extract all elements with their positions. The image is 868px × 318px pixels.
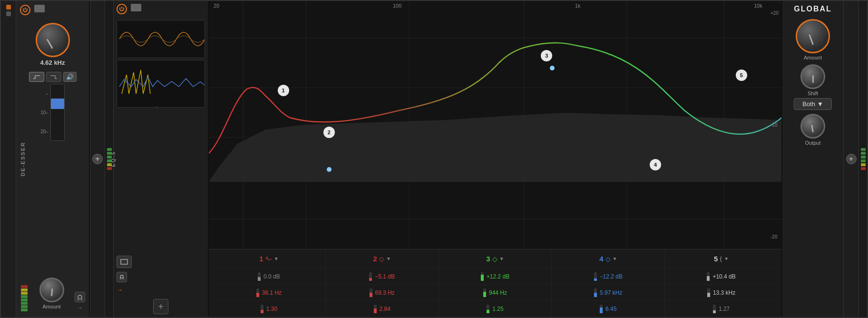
global-amount-container: Amount <box>796 19 830 60</box>
band-3-meter <box>481 272 484 281</box>
deesser-headphone-btn[interactable] <box>75 292 85 302</box>
global-both-dropdown[interactable]: Both ▼ <box>794 98 832 110</box>
add-button-right[interactable]: + <box>846 154 857 164</box>
band-3-freq[interactable]: 944 Hz <box>489 289 507 296</box>
global-title: GLOBAL <box>794 5 832 13</box>
band-1-dropdown[interactable]: ▼ <box>274 256 279 261</box>
band-5-gain[interactable]: +10.4 dB <box>712 273 735 280</box>
band-1-icon[interactable]: ⁴⌐ <box>265 255 272 263</box>
add-button-1[interactable]: + <box>92 154 103 164</box>
band-1-num: 1 <box>259 255 263 263</box>
band-2-q-meter <box>374 305 377 313</box>
band-4-meter <box>594 272 597 281</box>
eq-band-4-freq-cell: 5.97 kHz <box>552 285 665 300</box>
deesser-shape-shelf-right[interactable] <box>46 72 61 82</box>
band-1-gain[interactable]: 0.0 dB <box>263 273 280 280</box>
eq-arrow-btn-1[interactable]: ● → <box>117 58 205 58</box>
band-3-q-meter <box>487 305 489 313</box>
eq-band-1-gain-cell: 0.0 dB <box>213 268 326 284</box>
eq-node-3[interactable]: 3 <box>541 50 552 61</box>
band-3-gain[interactable]: +12.2 dB <box>487 273 509 280</box>
eq-folder-button[interactable] <box>131 4 141 11</box>
deesser-amount-label: Amount <box>43 304 61 309</box>
eq-rect-btn[interactable] <box>117 256 132 268</box>
eq-arrow-right-bottom[interactable]: → <box>117 286 205 293</box>
eq-power-row <box>117 4 205 17</box>
band-3-q[interactable]: 1.25 <box>492 306 503 312</box>
global-shift-knob[interactable] <box>800 64 825 89</box>
band-1-meter <box>258 272 261 281</box>
band-4-dropdown[interactable]: ▼ <box>613 256 617 261</box>
deesser-fader-handle[interactable] <box>51 99 64 109</box>
eq-arrow-btn-2[interactable]: ● → <box>117 103 205 108</box>
band-3-dropdown[interactable]: ▼ <box>499 256 504 261</box>
deesser-arrow-right[interactable]: → <box>77 304 83 311</box>
deesser-bottom-right: → <box>75 292 85 311</box>
band-2-num: 2 <box>373 255 377 263</box>
both-chevron: ▼ <box>817 100 823 108</box>
eq-band-1-header: 1 ⁴⌐ ▼ <box>213 249 326 268</box>
eq-band-4-gain-cell: −12.2 dB <box>552 268 665 284</box>
deesser-freq-knob[interactable] <box>36 23 70 57</box>
deesser-fader-track[interactable] <box>50 84 65 141</box>
band-4-freq[interactable]: 5.97 kHz <box>600 289 622 296</box>
eq-band-4-q-cell: 6.45 <box>552 301 665 317</box>
left-strip <box>1 1 16 317</box>
eq-node-4[interactable]: 4 <box>650 159 661 170</box>
right-add-strip: + <box>843 1 858 317</box>
svg-point-6 <box>120 275 123 278</box>
deesser-power-button[interactable] <box>20 5 30 15</box>
eq-band-header-row: 1 ⁴⌐ ▼ 2 ◇ ▼ 3 ◇ <box>213 249 778 268</box>
global-amount-knob[interactable] <box>796 19 830 53</box>
deesser-amount-knob[interactable] <box>39 278 64 302</box>
band-1-q[interactable]: 1.30 <box>266 306 277 312</box>
deesser-folder-button[interactable] <box>34 5 45 12</box>
eq-band-3-freq-cell: 944 Hz <box>439 285 552 300</box>
band-5-q-meter <box>713 305 716 313</box>
eq-band-3-gain-cell: +12.2 dB <box>439 268 552 284</box>
deesser-shape-shelf-left[interactable] <box>29 72 44 82</box>
band-2-gain[interactable]: −5.1 dB <box>375 273 395 280</box>
band-1-freq[interactable]: 36.1 Hz <box>262 289 282 296</box>
add-strip-1: + <box>90 1 105 317</box>
deesser-amount-container: Amount <box>39 278 64 309</box>
eq-node-2[interactable]: 2 <box>323 127 335 138</box>
global-panel: GLOBAL Amount Shift Both ▼ Output <box>781 1 843 317</box>
eq-node-1[interactable]: 1 <box>278 85 289 96</box>
eq-node-5[interactable]: 5 <box>736 70 747 81</box>
vu-strip-right <box>858 1 867 317</box>
svg-rect-5 <box>121 259 127 264</box>
band-2-freq[interactable]: 69.3 Hz <box>375 289 395 296</box>
band-2-q[interactable]: 2.84 <box>380 306 390 312</box>
global-output-container: Output <box>800 114 825 146</box>
eq-band-5-freq-cell: 13.3 kHz <box>665 285 778 300</box>
band-2-icon[interactable]: ◇ <box>379 255 384 263</box>
eq-headphone-btn[interactable] <box>117 272 127 282</box>
band-5-freq-meter <box>707 288 710 297</box>
eq-band-1-q-cell: 1.30 <box>213 301 326 317</box>
band-3-icon[interactable]: ◇ <box>492 255 497 263</box>
eq-power-button[interactable] <box>117 4 127 14</box>
deesser-vu-left <box>21 254 28 311</box>
band-3-num: 3 <box>486 255 490 263</box>
band-2-dropdown[interactable]: ▼ <box>386 256 391 261</box>
eq-q-row: 1.30 2.84 1.25 <box>213 301 778 317</box>
band-5-icon[interactable]: ⟨ <box>720 255 722 263</box>
band-5-dropdown[interactable]: ▼ <box>724 256 729 261</box>
eq-add-button[interactable]: + <box>153 299 168 314</box>
eq-node-3-dot[interactable] <box>550 66 555 70</box>
eq-node-2-dot[interactable] <box>327 167 332 172</box>
band-4-freq-meter <box>594 288 597 297</box>
svg-rect-3 <box>117 20 205 58</box>
band-5-num: 5 <box>714 255 718 263</box>
band-4-icon[interactable]: ◇ <box>605 255 611 263</box>
global-output-knob[interactable] <box>800 114 825 139</box>
band-4-q[interactable]: 6.45 <box>605 306 616 312</box>
band-5-q[interactable]: 1.27 <box>719 306 730 312</box>
band-4-gain[interactable]: −12.2 dB <box>600 273 623 280</box>
deesser-mute-button[interactable]: 🔊 <box>63 72 77 82</box>
eq-waveform-1: ● → <box>117 20 205 58</box>
band-5-freq[interactable]: 13.3 kHz <box>713 289 735 296</box>
eq-graph[interactable]: 20 100 1k 10k +20 -10 -20 <box>209 1 781 249</box>
left-led-bottom <box>6 11 11 16</box>
